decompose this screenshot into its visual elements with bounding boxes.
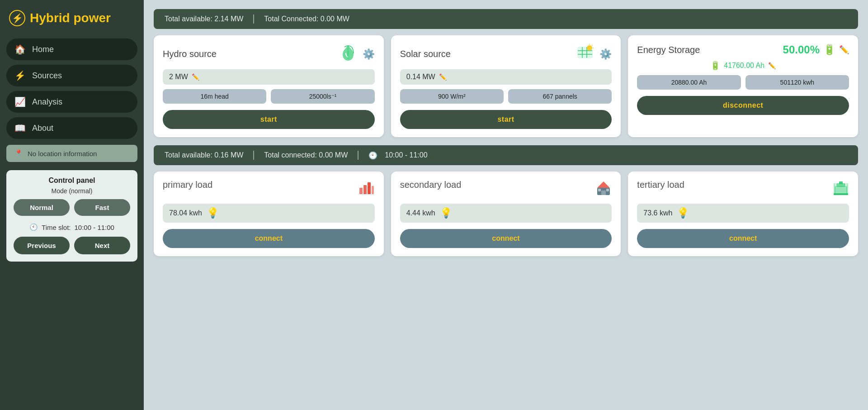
energy-storage-header: Energy Storage 50.00% 🔋 ✏️ [637, 43, 849, 56]
header-separator [253, 14, 254, 24]
energy-storage-title: Energy Storage [637, 45, 700, 55]
energy-ah-row: 🔋 41760.00 Ah ✏️ [637, 61, 849, 71]
primary-load-title: primary load [163, 180, 212, 190]
solar-settings-icon[interactable]: ⚙️ [599, 48, 612, 60]
sidebar-item-sources[interactable]: ⚡ Sources [6, 65, 137, 86]
hydro-value: 2 MW [169, 73, 188, 81]
secondary-load-card: secondary load 4.44 kwh 💡 connect [391, 172, 621, 256]
clock-icon: 🕙 [29, 223, 38, 231]
primary-load-header: primary load [163, 180, 375, 199]
tertiary-load-value: 73.6 kwh [643, 209, 672, 217]
primary-load-card: primary load 78.04 kwh 💡 connect [154, 172, 384, 256]
loads-section-header: Total available: 0.16 MW Total connected… [154, 145, 858, 165]
sources-section-header: Total available: 2.14 MW Total Connected… [154, 9, 858, 29]
sidebar-item-about[interactable]: 📖 About [6, 117, 137, 139]
loads-header-separator [253, 151, 254, 160]
sidebar-item-analysis[interactable]: 📈 Analysis [6, 91, 137, 113]
energy-ah-edit-icon[interactable]: ✏️ [768, 62, 776, 69]
next-button[interactable]: Next [74, 237, 130, 254]
svg-rect-0 [347, 46, 349, 59]
hydro-stat2: 25000ls⁻¹ [271, 89, 374, 104]
tertiary-connect-button[interactable]: connect [637, 229, 849, 248]
solar-stats: 900 W/m² 667 pannels [400, 89, 612, 104]
clock-loads-icon: 🕙 [368, 151, 377, 160]
primary-load-value: 78.04 kwh [169, 209, 202, 217]
hydro-settings-icon[interactable]: ⚙️ [363, 48, 375, 60]
mode-label: Mode (normal) [14, 187, 130, 195]
solar-icon [576, 43, 594, 65]
energy-storage-percent: 50.00% [783, 43, 820, 56]
source-cards-row: Hydro source ⚙️ 2 MW ✏️ [154, 35, 858, 137]
solar-source-card: Solar source [391, 35, 621, 137]
loads-header-separator2 [358, 151, 359, 160]
sources-icon: ⚡ [14, 70, 26, 81]
about-icon: 📖 [14, 123, 26, 133]
svg-rect-16 [601, 191, 606, 195]
energy-total-ah: 41760.00 Ah [724, 62, 764, 70]
secondary-connect-button[interactable]: connect [400, 229, 612, 248]
sources-available-text: Total available: 2.14 MW [165, 15, 243, 23]
timeslot-row: 🕙 Time slot: 10:00 - 11:00 [14, 223, 130, 231]
svg-rect-18 [606, 189, 609, 191]
tertiary-load-header: tertiary load [637, 180, 849, 199]
svg-rect-11 [363, 185, 367, 194]
svg-rect-10 [359, 188, 363, 194]
mode-buttons: Normal Fast [14, 199, 130, 216]
solar-start-button[interactable]: start [400, 110, 612, 129]
svg-rect-17 [598, 189, 601, 191]
main-content: Total available: 2.14 MW Total Connected… [144, 0, 868, 410]
tertiary-load-icon [833, 180, 849, 199]
battery-charging-icon: 🔋 [823, 44, 835, 56]
sidebar-item-home[interactable]: 🏠 Home [6, 38, 137, 60]
svg-rect-20 [835, 186, 847, 194]
tertiary-load-value-row: 73.6 kwh 💡 [637, 204, 849, 223]
hydro-stat1: 16m head [163, 89, 266, 104]
hydro-card-header: Hydro source ⚙️ [163, 43, 375, 65]
secondary-bulb-icon: 💡 [440, 207, 452, 219]
app-logo-icon: ⚡ [9, 10, 25, 26]
primary-load-value-row: 78.04 kwh 💡 [163, 204, 375, 223]
energy-stats: 20880.00 Ah 501120 kwh [637, 75, 849, 90]
solar-stat2: 667 pannels [508, 89, 612, 104]
control-panel-title: Control panel [14, 176, 130, 185]
svg-rect-22 [834, 183, 835, 193]
hydro-stats: 16m head 25000ls⁻¹ [163, 89, 375, 104]
hydro-edit-icon[interactable]: ✏️ [192, 73, 199, 81]
solar-edit-icon[interactable]: ✏️ [439, 73, 447, 81]
sidebar-item-sources-label: Sources [32, 71, 62, 81]
primary-bulb-icon: 💡 [207, 207, 219, 219]
control-panel: Control panel Mode (normal) Normal Fast … [6, 170, 137, 262]
sidebar-item-analysis-label: Analysis [32, 97, 62, 107]
hydro-value-row: 2 MW ✏️ [163, 69, 375, 85]
loads-connected-text: Total connected: 0.00 MW [264, 151, 348, 159]
secondary-load-title: secondary load [400, 180, 462, 190]
energy-storage-edit-icon[interactable]: ✏️ [839, 45, 849, 55]
previous-button[interactable]: Previous [14, 237, 70, 254]
loads-available-text: Total available: 0.16 MW [165, 151, 243, 159]
primary-connect-button[interactable]: connect [163, 229, 375, 248]
secondary-load-value: 4.44 kwh [406, 209, 435, 217]
battery-icon: 🔋 [710, 61, 720, 71]
energy-stat1: 20880.00 Ah [637, 75, 741, 90]
sidebar-item-about-label: About [32, 124, 53, 133]
timeslot-nav-buttons: Previous Next [14, 237, 130, 254]
hydro-start-button[interactable]: start [163, 110, 375, 129]
solar-card-header: Solar source [400, 43, 612, 65]
energy-stat2: 501120 kwh [745, 75, 849, 90]
secondary-load-icon [595, 180, 612, 199]
energy-disconnect-button[interactable]: disconnect [637, 96, 849, 115]
secondary-load-header: secondary load [400, 180, 612, 199]
tertiary-load-card: tertiary load 73.6 kwh 💡 connect [628, 172, 858, 256]
energy-storage-card: Energy Storage 50.00% 🔋 ✏️ 🔋 41760.00 Ah… [628, 35, 858, 137]
solar-value-row: 0.14 MW ✏️ [400, 69, 612, 85]
timeslot-value: 10:00 - 11:00 [75, 224, 114, 231]
home-icon: 🏠 [14, 44, 26, 55]
sidebar-item-home-label: Home [32, 45, 54, 54]
location-text: No location information [28, 150, 97, 157]
fast-mode-button[interactable]: Fast [74, 199, 130, 216]
hydro-card-title: Hydro source [163, 49, 217, 59]
svg-rect-24 [839, 181, 843, 184]
normal-mode-button[interactable]: Normal [14, 199, 70, 216]
svg-rect-23 [846, 183, 848, 193]
location-icon: 📍 [14, 149, 23, 157]
